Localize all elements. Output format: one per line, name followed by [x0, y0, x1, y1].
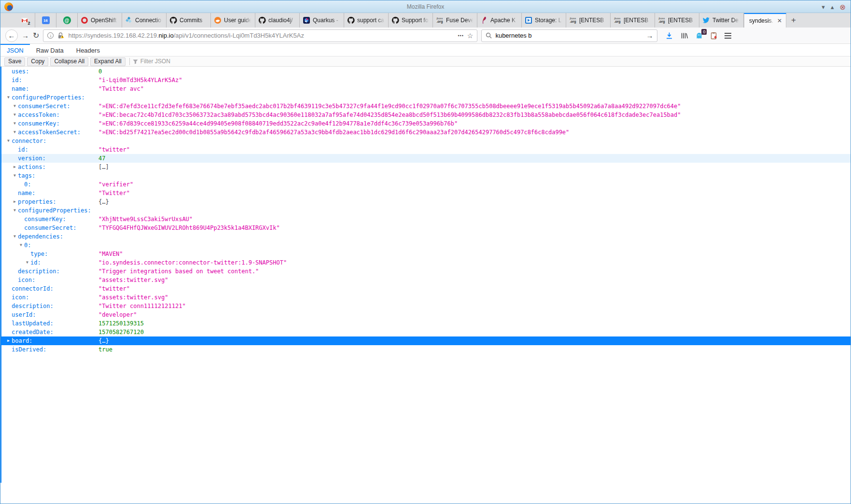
collapse-arrow-icon[interactable]: ▼ [12, 171, 18, 180]
twisty-spacer [12, 189, 18, 197]
tab-openshift[interactable]: OpenShift [78, 13, 122, 28]
tab-label: Storage: L [535, 17, 563, 24]
pinned-tab-green-at[interactable]: @ [56, 13, 78, 28]
json-row-configuredProperties[interactable]: ▼configuredProperties: [1, 206, 851, 215]
tab-connectio[interactable]: Connectio [122, 13, 167, 28]
json-row-accessTokenSecret[interactable]: ▼accessTokenSecret:"»ENC:bd25f74217ea5ec… [1, 128, 851, 137]
expand-arrow-icon[interactable]: ▶ [5, 336, 12, 345]
json-row-consumerSecret[interactable]: consumerSecret:"TYFGQG4FHfQJWxeGIWUV2LRO… [1, 224, 851, 232]
collapse-arrow-icon[interactable]: ▼ [12, 206, 18, 215]
tab-support-fo[interactable]: Support fo [389, 13, 433, 28]
library-icon[interactable] [680, 32, 688, 40]
collapse-arrow-icon[interactable]: ▼ [12, 232, 18, 241]
url-bar[interactable]: i https://syndesis.192.168.42.219.nip.io… [43, 29, 477, 42]
json-row-name[interactable]: name:"Twitter" [1, 189, 851, 197]
page-info-icon[interactable]: i [47, 32, 54, 39]
json-row-dependencies[interactable]: ▼dependencies: [1, 232, 851, 241]
ghostery-extension-icon[interactable]: 0 [695, 32, 703, 40]
menu-icon[interactable] [725, 33, 731, 39]
json-row-consumerKey[interactable]: ▼consumerKey:"»ENC:67d839cce81933c6259a4… [1, 119, 851, 128]
json-row-icon[interactable]: icon:"assets:twitter.svg" [1, 293, 851, 302]
json-row-description[interactable]: description:"Trigger integrations based … [1, 267, 851, 276]
tab-apache-k[interactable]: Apache K [477, 13, 522, 28]
json-row-connector[interactable]: ▼connector: [1, 137, 851, 145]
reload-button[interactable]: ↻ [33, 32, 39, 40]
tab-storage-l[interactable]: Storage: L [522, 13, 566, 28]
json-row-consumerKey[interactable]: consumerKey:"XhjNttwe9LssC3aki5wrUxsAU" [1, 215, 851, 224]
tab-syndesis-1-active[interactable]: syndesis.1✕ [744, 13, 786, 28]
tab-claudio4j[interactable]: claudio4j/ [255, 13, 300, 28]
tab-commits[interactable]: Commits [167, 13, 211, 28]
json-row-uses[interactable]: uses:0 [1, 67, 851, 76]
json-row-createdDate[interactable]: createdDate:1570582767120 [1, 328, 851, 336]
viewer-tab-headers[interactable]: Headers [70, 44, 106, 56]
viewer-tab-json[interactable]: JSON [0, 44, 30, 56]
expand-all-button[interactable]: Expand All [90, 57, 126, 66]
json-row-description[interactable]: description:"Twitter conn11112121121" [1, 302, 851, 310]
json-row-userId[interactable]: userId:"developer" [1, 310, 851, 319]
json-row-connectorId[interactable]: connectorId:"twitter" [1, 284, 851, 293]
json-row-consumerSecret[interactable]: ▼consumerSecret:"»ENC:d7efd3ce11cf2d3efe… [1, 102, 851, 111]
json-row-configuredProperties[interactable]: ▼configuredProperties: [1, 93, 851, 102]
tab-entesb[interactable]: jboss.org[ENTESB [566, 13, 611, 28]
json-row-board[interactable]: ▶board:{…} [1, 336, 851, 345]
viewer-tab-raw-data[interactable]: Raw Data [30, 44, 70, 56]
clipboard-extension-icon[interactable] [710, 32, 718, 40]
json-row-tags[interactable]: ▼tags: [1, 171, 851, 180]
json-row-0[interactable]: 0:"verifier" [1, 180, 851, 189]
json-key: description: [12, 302, 54, 310]
collapse-arrow-icon[interactable]: ▼ [5, 93, 12, 102]
json-row-version[interactable]: version:47 [1, 154, 851, 163]
tab-twitter-de[interactable]: Twitter De [699, 13, 744, 28]
json-row-id[interactable]: ▼id:"io.syndesis.connector:connector-twi… [1, 258, 851, 267]
close-window-button[interactable]: ⊗ [839, 3, 846, 11]
tab-user-guide[interactable]: User guide [211, 13, 255, 28]
new-tab-button[interactable]: + [786, 13, 801, 28]
json-row-accessToken[interactable]: ▼accessToken:"»ENC:becac72c4b7d1cd703c35… [1, 111, 851, 119]
json-row-actions[interactable]: ▶actions:[…] [1, 163, 851, 171]
json-row-name[interactable]: name:"Twitter avc" [1, 84, 851, 93]
json-row-lastUpdated[interactable]: lastUpdated:1571250139315 [1, 319, 851, 328]
collapse-arrow-icon[interactable]: ▼ [12, 119, 18, 128]
close-tab-icon[interactable]: ✕ [776, 17, 783, 24]
collapse-arrow-icon[interactable]: ▼ [18, 241, 24, 250]
pinned-tab-gmail[interactable]: 2 [14, 13, 35, 28]
search-go-icon[interactable]: → [646, 31, 653, 40]
minimize-button[interactable]: ▾ [822, 4, 825, 10]
json-row-id[interactable]: id:"i-Lqi0mTd3H5k4YLArK5Az" [1, 76, 851, 84]
tab-entesb[interactable]: jboss.org[ENTESB [655, 13, 699, 28]
page-actions-icon[interactable]: ••• [458, 33, 463, 38]
tab-fuse-deve[interactable]: jboss.orgFuse Deve [433, 13, 477, 28]
collapse-arrow-icon[interactable]: ▼ [24, 258, 30, 267]
bookmark-star-icon[interactable]: ☆ [467, 32, 474, 40]
back-button[interactable]: ← [5, 29, 18, 42]
json-row-icon[interactable]: icon:"assets:twitter.svg" [1, 276, 851, 284]
json-row-properties[interactable]: ▶properties:{…} [1, 197, 851, 206]
json-row-isDerived[interactable]: isDerived:true [1, 345, 851, 354]
json-row-id[interactable]: id:"twitter" [1, 145, 851, 154]
collapse-all-button[interactable]: Collapse All [50, 57, 88, 66]
tab-quarkus[interactable]: Quarkus - [300, 13, 344, 28]
collapse-arrow-icon[interactable]: ▼ [12, 128, 18, 137]
download-icon[interactable] [665, 32, 673, 40]
expand-arrow-icon[interactable]: ▶ [12, 163, 18, 171]
tab-entesb[interactable]: jboss.org[ENTESB [611, 13, 655, 28]
pinned-tab-calendar[interactable]: 16 [35, 13, 56, 28]
forward-button[interactable]: → [22, 32, 29, 39]
json-row-0[interactable]: ▼0: [1, 241, 851, 250]
copy-button[interactable]: Copy [27, 57, 48, 66]
search-input[interactable] [495, 32, 642, 39]
json-key: isDerived: [12, 345, 46, 354]
tab-support-ca[interactable]: support ca [344, 13, 389, 28]
search-bar[interactable]: → [481, 29, 657, 42]
expand-arrow-icon[interactable]: ▶ [12, 197, 18, 206]
apache-icon [480, 16, 488, 24]
save-button[interactable]: Save [4, 57, 25, 66]
filter-json-input[interactable]: Filter JSON [140, 58, 170, 65]
collapse-arrow-icon[interactable]: ▼ [12, 111, 18, 119]
collapse-arrow-icon[interactable]: ▼ [5, 137, 12, 145]
maximize-button[interactable]: ▴ [831, 4, 834, 10]
json-row-type[interactable]: type:"MAVEN" [1, 250, 851, 258]
twisty-spacer [18, 215, 24, 224]
collapse-arrow-icon[interactable]: ▼ [12, 102, 18, 111]
